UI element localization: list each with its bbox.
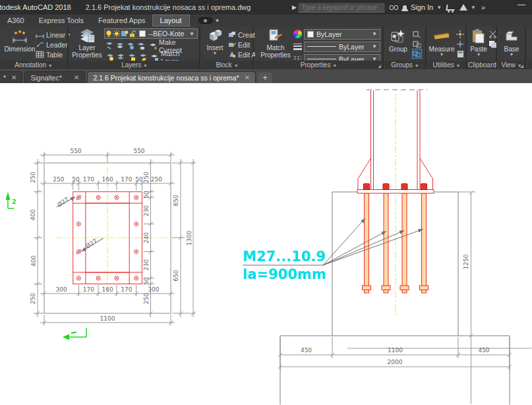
panel-block: Insert ▼ Create Edit Edit Attributes▼ Bl… <box>202 26 254 69</box>
panel-label-annotation[interactable]: Annotation ▼ <box>0 61 67 69</box>
layer-properties-button[interactable]: Layer Properties <box>71 28 103 59</box>
record-icon[interactable] <box>198 17 213 24</box>
sign-in-button[interactable]: Sign In <box>403 3 433 11</box>
ungroup-icon[interactable] <box>412 29 422 39</box>
svg-text:400: 400 <box>30 255 37 266</box>
svg-text:300: 300 <box>56 286 67 293</box>
group-edit-icon[interactable] <box>412 39 422 49</box>
drawing-canvas[interactable]: Ø27 Ø27 <box>0 83 532 405</box>
layer-isolate-icon[interactable] <box>105 41 114 51</box>
paste-button[interactable]: Paste ▼ <box>469 28 488 57</box>
collapse-search-icon[interactable]: ▶ <box>292 4 297 11</box>
footing-width-dim: 2000 <box>388 359 403 365</box>
layer-dropdown-caret-icon[interactable]: ▼ <box>189 31 194 37</box>
panel-label-layers[interactable]: Layers ▼ <box>70 61 199 69</box>
sign-in-caret-icon[interactable]: ▼ <box>436 5 442 11</box>
bolt-length-text: la=900mm <box>243 266 326 282</box>
doc-tab-signaltec[interactable]: Signaltec*✕ <box>24 71 85 83</box>
copy-icon[interactable] <box>488 39 498 49</box>
layer-freeze-icon[interactable] <box>126 41 135 51</box>
group-icon <box>390 28 407 44</box>
panel-label-groups[interactable]: Groups ▼ <box>385 61 425 69</box>
insert-button[interactable]: Insert ▼ <box>203 28 227 55</box>
app-store-cart-icon[interactable] <box>446 5 455 11</box>
base-button[interactable]: Base ▼ <box>502 28 521 57</box>
make-current-icon <box>149 42 157 50</box>
svg-text:450: 450 <box>478 347 489 354</box>
layer-color-swatch <box>139 30 146 37</box>
plan-total-width: 1100 <box>100 315 115 322</box>
point-style-icon[interactable] <box>456 29 465 39</box>
leader-button[interactable]: Leader▼ <box>36 40 74 49</box>
table-icon <box>36 51 44 58</box>
tab-express-tools[interactable]: Express Tools <box>32 15 91 26</box>
doc-tab-partial[interactable]: *✕ <box>0 71 22 83</box>
panel-label-utilities[interactable]: Utilities ▼ <box>428 61 465 69</box>
properties-launcher-icon[interactable] <box>378 65 381 68</box>
plan-centerlines <box>55 168 169 293</box>
record-caret-icon[interactable]: ▼ <box>215 18 220 24</box>
linear-dimension-button[interactable]: Linear▼ <box>36 30 74 40</box>
minimize-button[interactable]: — <box>517 0 525 9</box>
close-icon[interactable]: ✕ <box>245 74 250 81</box>
match-properties-button[interactable]: Match Properties <box>260 28 291 59</box>
svg-text:50: 50 <box>143 277 150 285</box>
plan-total-height: 1300 <box>186 230 192 245</box>
svg-text:230: 230 <box>143 259 150 270</box>
search-input[interactable] <box>299 4 384 11</box>
group-button[interactable]: Group <box>387 28 409 53</box>
app-caret-icon[interactable]: ▼ <box>471 5 476 11</box>
section-marker-2-label: 2 <box>12 198 16 205</box>
layer-unisolate-icon[interactable] <box>115 41 125 51</box>
current-layer-name: --BEO-Kote <box>148 30 184 38</box>
autodesk-app-icon[interactable] <box>459 4 467 11</box>
new-tab-button[interactable]: + <box>258 73 272 83</box>
svg-text:250: 250 <box>143 293 150 304</box>
panel-annotation: Dimension Linear▼ Leader▼ Table Annotati… <box>0 26 69 69</box>
panel-label-clipboard[interactable]: Clipboard <box>468 61 496 69</box>
close-icon[interactable]: ✕ <box>11 74 16 81</box>
lineweight-icon[interactable] <box>293 42 302 51</box>
pedestal-height-dim: 1250 <box>463 254 469 269</box>
panel-label-properties[interactable]: Properties ▼ <box>255 61 382 69</box>
measure-button[interactable]: Measure ▼ <box>429 28 454 57</box>
layer-unlock-icon <box>129 30 136 38</box>
dimension-button[interactable]: Dimension <box>5 28 34 53</box>
group-selection-toggle[interactable] <box>412 49 422 59</box>
measure-icon <box>433 28 450 44</box>
paste-icon <box>471 28 486 44</box>
doc-tab-projekat[interactable]: 2.1.6 Projekat konstrukcije nosaca ss i … <box>87 71 256 83</box>
svg-text:650: 650 <box>173 270 180 281</box>
block-edit-icon <box>228 41 236 48</box>
panel-label-view[interactable]: View ▼ <box>498 61 525 69</box>
close-icon[interactable]: ✕ <box>74 74 79 81</box>
layer-lock-icon[interactable] <box>136 41 146 51</box>
panel-label-block[interactable]: Block ▼ <box>202 61 252 69</box>
selection-mode-button[interactable]: Sele Mo <box>529 28 532 57</box>
svg-text:550: 550 <box>133 148 144 154</box>
tab-featured-apps[interactable]: Featured Apps <box>91 15 153 26</box>
color-swatch <box>307 31 314 38</box>
id-point-icon[interactable] <box>456 39 465 49</box>
tab-layout[interactable]: Layout <box>153 15 189 26</box>
quick-calc-icon[interactable] <box>456 49 465 59</box>
tab-a360[interactable]: A360 <box>0 15 32 26</box>
table-button[interactable]: Table <box>36 49 74 59</box>
color-wheel-icon[interactable] <box>293 30 302 38</box>
svg-text:450: 450 <box>301 347 312 354</box>
section-marker-1 <box>63 328 86 340</box>
view-launcher-icon[interactable] <box>520 65 523 68</box>
search-binoculars-icon[interactable] <box>390 5 398 10</box>
plan-view: Ø27 Ø27 <box>6 148 196 340</box>
svg-text:1100: 1100 <box>388 347 403 354</box>
bolt-diameter-label: Ø27 <box>56 196 70 208</box>
toolbar-overflow-button[interactable]: » <box>481 3 485 11</box>
svg-text:250: 250 <box>53 176 64 183</box>
lineweight-dropdown[interactable]: ByLayer ▼ <box>304 42 380 52</box>
help-search-box[interactable] <box>298 3 385 13</box>
ribbon: Dimension Linear▼ Leader▼ Table Annotati… <box>0 26 532 69</box>
object-color-dropdown[interactable]: ByLayer ▼ <box>304 29 380 40</box>
panel-utilities: Measure ▼ Utilities ▼ <box>428 26 467 69</box>
cut-icon[interactable] <box>488 29 498 39</box>
panel-label-touch[interactable]: Tou <box>527 61 532 69</box>
